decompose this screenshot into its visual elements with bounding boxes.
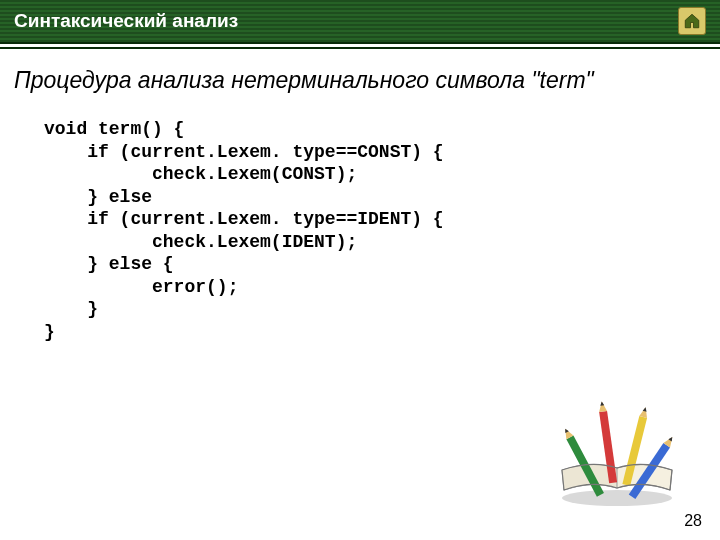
svg-marker-7 — [600, 401, 605, 406]
code-block: void term() { if (current.Lexem. type==C… — [0, 102, 720, 343]
code-line: } else — [44, 187, 152, 207]
code-line: error(); — [44, 277, 238, 297]
header-inner: Синтаксический анализ — [0, 0, 720, 42]
slide-header: Синтаксический анализ — [0, 0, 720, 44]
code-line: if (current.Lexem. type==IDENT) { — [44, 209, 444, 229]
page-number: 28 — [684, 512, 702, 530]
home-button[interactable] — [678, 7, 706, 35]
home-icon — [683, 12, 701, 30]
code-line: if (current.Lexem. type==CONST) { — [44, 142, 444, 162]
code-line: } — [44, 299, 98, 319]
code-line: } — [44, 322, 55, 342]
svg-point-0 — [562, 490, 672, 506]
code-line: void term() { — [44, 119, 184, 139]
svg-marker-9 — [639, 406, 649, 418]
pencils-book-icon — [542, 400, 692, 510]
code-line: check.Lexem(CONST); — [44, 164, 357, 184]
code-line: } else { — [44, 254, 174, 274]
header-title: Синтаксический анализ — [14, 10, 238, 32]
decorative-art — [542, 400, 692, 510]
code-line: check.Lexem(IDENT); — [44, 232, 357, 252]
slide-subtitle: Процедура анализа нетерминального символ… — [0, 49, 720, 102]
